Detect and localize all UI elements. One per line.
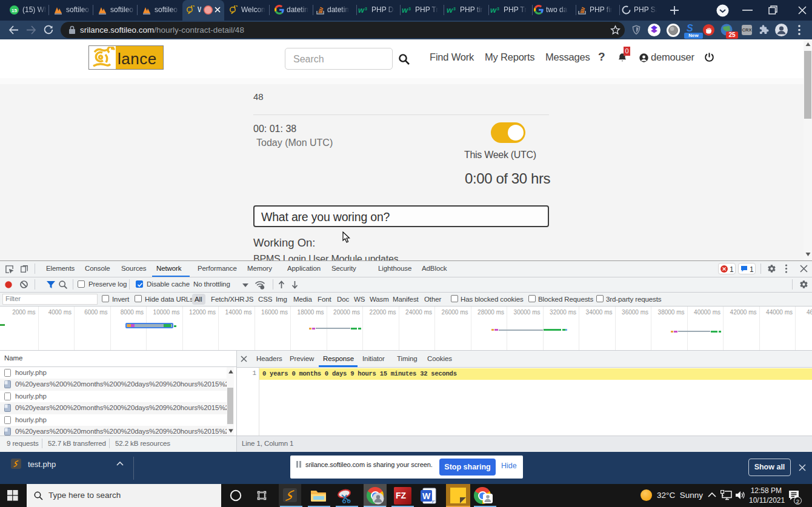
svg-text:15: 15 xyxy=(12,8,17,13)
svg-text:w: w xyxy=(447,6,453,14)
svg-text:w: w xyxy=(358,6,365,14)
svg-text:w: w xyxy=(490,6,497,14)
svg-text:3: 3 xyxy=(453,7,456,11)
svg-text:3: 3 xyxy=(497,7,499,11)
svg-text:3: 3 xyxy=(408,7,411,11)
svg-text:w: w xyxy=(402,6,408,14)
svg-text:W: W xyxy=(422,491,431,501)
svg-text:3: 3 xyxy=(365,7,367,11)
